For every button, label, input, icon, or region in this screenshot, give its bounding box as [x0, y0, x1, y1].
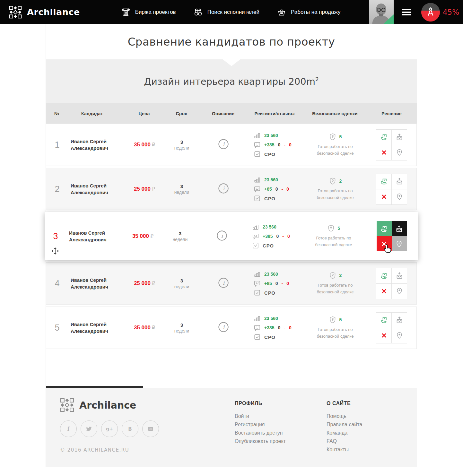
candidate-name[interactable]: Иванов Сергей Александрович — [68, 138, 127, 151]
footer-link-site-rules[interactable]: Правила сайта — [327, 422, 362, 427]
send-message-button[interactable] — [392, 268, 407, 283]
user-avatar[interactable] — [369, 0, 394, 24]
candidate-name[interactable]: Иванов Сергей Александрович — [68, 182, 127, 196]
reject-button[interactable] — [376, 284, 391, 299]
reviews-icon — [254, 141, 261, 148]
info-icon[interactable] — [218, 277, 229, 288]
ratings-cell: 23 560 +3850-0 СРО — [246, 314, 304, 342]
decision-cell — [367, 312, 416, 343]
safe-deals-cell: 2 Готов работать по безопасной сделке — [304, 177, 367, 201]
reject-button[interactable] — [376, 328, 391, 343]
deals-text: Готов работать по безопасной сделке — [311, 326, 359, 339]
term-cell: 3 недели — [162, 278, 201, 289]
hire-button[interactable] — [376, 268, 391, 283]
decision-cell — [367, 268, 416, 299]
footer-link-help[interactable]: Помощь — [327, 413, 346, 419]
term-value: 3 — [162, 139, 201, 145]
checkbox-icon — [254, 333, 261, 341]
deals-text: Готов работать по безопасной сделке — [311, 143, 359, 156]
nav-item-works-for-sale[interactable]: Работы на продажу — [277, 7, 341, 17]
candidate-row-5: 5 Иванов Сергей Александрович 35 000₽ 3 … — [46, 307, 417, 349]
ratings-cell: 23 560 +3850-0 СРО — [244, 222, 302, 250]
drag-move-icon[interactable] — [51, 247, 59, 255]
price-value: 35 000 — [134, 142, 151, 148]
shield-icon — [329, 316, 336, 324]
hire-button[interactable] — [376, 313, 391, 328]
shield-icon — [327, 224, 335, 232]
send-message-button[interactable] — [392, 313, 407, 328]
google-plus-icon[interactable] — [101, 420, 118, 437]
reviews-neutral: 0 — [278, 142, 281, 147]
location-plus-button[interactable] — [392, 328, 407, 343]
youtube-icon[interactable] — [142, 420, 159, 437]
info-icon[interactable] — [216, 230, 227, 241]
candidate-name[interactable]: Иванов Сергей Александрович — [68, 277, 127, 290]
location-plus-button[interactable] — [392, 189, 407, 204]
vk-icon[interactable] — [122, 420, 138, 437]
sro-label: СРО — [264, 290, 275, 296]
views-count: 23 560 — [264, 133, 278, 138]
info-icon[interactable] — [218, 139, 229, 150]
page-title: Сравнение кандидатов по проекту — [128, 35, 335, 48]
term-unit: недели — [162, 328, 201, 333]
nav-item-find-performers[interactable]: Поиск исполнителей — [193, 7, 259, 17]
reviews-positive: +385 — [263, 234, 273, 239]
location-plus-button[interactable] — [392, 236, 407, 251]
profile-progress-badge[interactable] — [421, 3, 440, 22]
close-icon — [380, 332, 388, 339]
location-plus-button[interactable] — [392, 145, 407, 160]
reject-button[interactable] — [376, 145, 391, 160]
footer-link-restore-access[interactable]: Востановить доступ — [235, 430, 283, 436]
twitter-icon[interactable] — [81, 420, 97, 437]
footer-link-register[interactable]: Регистрация — [235, 422, 265, 427]
candidate-name[interactable]: Иванов Сергей Александрович — [66, 229, 125, 243]
term-unit: недели — [161, 237, 199, 242]
send-message-button[interactable] — [392, 221, 407, 236]
col-price: Цена — [126, 111, 162, 116]
reviews-neutral: 0 — [275, 281, 278, 286]
project-title-sup: 2 — [315, 76, 319, 82]
col-description: Описание — [201, 111, 246, 116]
nav-item-projects-exchange[interactable]: Биржа проектов — [121, 7, 176, 17]
col-decision: Решение — [366, 111, 417, 116]
reviews-negative: 0 — [287, 234, 290, 239]
facebook-icon[interactable] — [60, 420, 77, 437]
reject-button[interactable] — [376, 189, 391, 204]
shield-icon — [329, 272, 336, 279]
location-plus-button[interactable] — [392, 284, 407, 299]
info-icon[interactable] — [218, 322, 229, 333]
hire-button[interactable] — [377, 221, 392, 236]
candidate-name[interactable]: Иванов Сергей Александрович — [68, 321, 127, 334]
send-message-button[interactable] — [392, 174, 407, 189]
footer-link-login[interactable]: Войти — [235, 413, 249, 419]
footer-link-faq[interactable]: FAQ — [327, 438, 337, 444]
top-header: Archilance Биржа проектов Поиск исполнит… — [0, 0, 463, 24]
price-value: 35 000 — [132, 233, 149, 239]
term-cell: 3 недели — [162, 322, 201, 333]
nav-label: Биржа проектов — [135, 9, 176, 15]
info-icon[interactable] — [218, 183, 229, 194]
checkbox-icon — [252, 242, 259, 249]
reviews-positive: +85 — [264, 281, 272, 286]
footer-link-team[interactable]: Команда — [327, 430, 347, 436]
term-cell: 3 недели — [162, 184, 201, 195]
column-icon — [121, 7, 131, 17]
hire-button[interactable] — [376, 174, 391, 189]
footer-link-publish-project[interactable]: Опубликовать проект — [235, 438, 286, 444]
reviews-dash: - — [284, 325, 285, 330]
hire-button[interactable] — [376, 130, 391, 145]
title-section: Сравнение кандидатов по проекту — [46, 24, 417, 59]
send-message-button[interactable] — [392, 130, 407, 145]
brand[interactable]: Archilance — [9, 6, 80, 19]
footer-brand[interactable]: Archilance — [60, 398, 159, 412]
ratings-cell: 23 560 +3850-0 СРО — [246, 131, 304, 159]
price-value: 35 000 — [134, 325, 151, 331]
description-cell — [199, 230, 244, 242]
candidate-row-3-highlighted[interactable]: 3 Иванов Сергей Александрович 35 000₽ 3 … — [45, 212, 418, 260]
pin-plus-icon — [396, 149, 403, 156]
hamburger-menu-icon[interactable] — [402, 9, 411, 15]
footer-link-contacts[interactable]: Контакты — [327, 447, 349, 452]
drafting-compass-icon — [425, 7, 436, 18]
views-count: 23 560 — [264, 316, 278, 321]
candidate-row-2: 2 Иванов Сергей Александрович 25 000₽ 3 … — [46, 168, 417, 210]
